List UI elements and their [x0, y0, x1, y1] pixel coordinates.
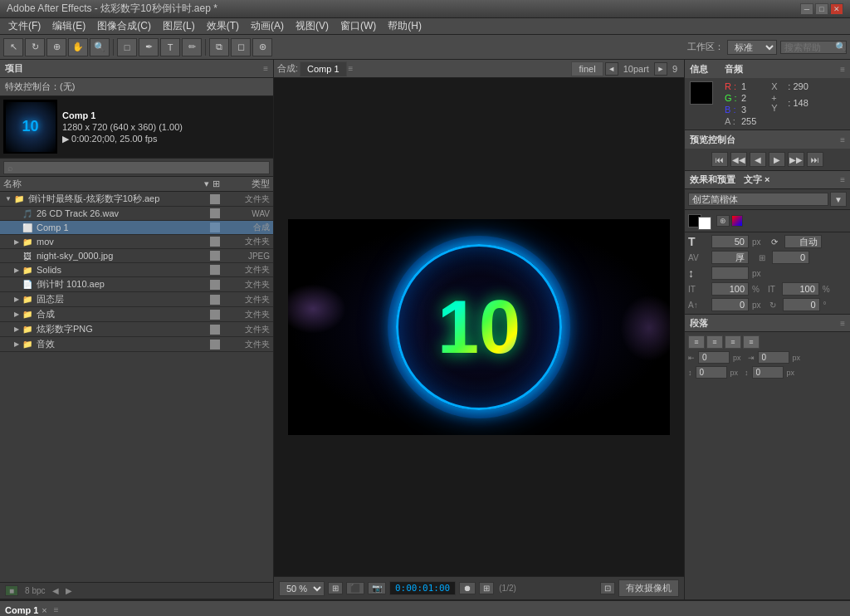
vscale-input[interactable] [782, 282, 819, 296]
prev-first-btn[interactable]: ⏮ [711, 152, 728, 167]
tracking-num-input[interactable] [772, 251, 809, 264]
snapshot-btn[interactable]: 📷 [368, 582, 386, 594]
list-item[interactable]: ▶ 📁 固态层 文件夹 [0, 292, 273, 307]
font-size-input[interactable] [711, 235, 749, 248]
menu-view[interactable]: 视图(V) [291, 18, 334, 34]
comp-tab-comp1[interactable]: Comp 1 [300, 61, 347, 76]
menu-file[interactable]: 文件(F) [3, 18, 46, 34]
rotate-input[interactable] [783, 298, 820, 311]
align-center-btn[interactable]: ≡ [706, 335, 723, 349]
auto-value-input[interactable] [784, 235, 822, 248]
expand-icon[interactable]: ▶ [12, 237, 22, 247]
transparency-btn[interactable]: ⊡ [600, 582, 615, 594]
prev-play-btn[interactable]: ▶ [769, 152, 785, 167]
expand-icon[interactable]: ▶ [12, 310, 22, 320]
close-button[interactable]: ✕ [830, 3, 843, 15]
maximize-button[interactable]: □ [815, 3, 828, 15]
workspace-select[interactable]: 标准 [727, 40, 777, 55]
expand-icon[interactable]: ▶ [12, 340, 22, 350]
menu-edit[interactable]: 编辑(E) [47, 18, 90, 34]
menu-help[interactable]: 帮助(H) [383, 18, 427, 34]
text-tab[interactable]: 文字 × [744, 174, 769, 186]
space-after-input[interactable] [752, 366, 784, 379]
menu-effects[interactable]: 效果(T) [202, 18, 244, 34]
nav-next-icon[interactable]: ► [654, 62, 667, 76]
tool-text[interactable]: T [160, 38, 180, 56]
timeline-menu[interactable]: ≡ [54, 605, 59, 614]
tool-clone[interactable]: ⧉ [209, 38, 229, 56]
tool-pan[interactable]: ✋ [68, 38, 88, 56]
tool-eraser[interactable]: ◻ [231, 38, 251, 56]
expand-icon[interactable]: ▼ [3, 194, 13, 204]
menu-composition[interactable]: 图像合成(C) [92, 18, 156, 34]
baseline-input[interactable] [711, 298, 749, 311]
list-item[interactable]: ▼ 📁 倒计时最终版-炫彩数字10秒.aep 文件夹 [0, 192, 273, 207]
list-item[interactable]: 🖼 night-sky_0000.jpg JPEG [0, 249, 273, 263]
filter-icon[interactable]: ⊞ [212, 178, 220, 189]
composition-view[interactable]: 10 [274, 78, 684, 576]
indent-left-input[interactable] [698, 351, 730, 364]
tool-zoom[interactable]: 🔍 [90, 38, 110, 56]
timeline-close-btn[interactable]: × [42, 605, 46, 615]
font-name-input[interactable] [688, 193, 828, 206]
font-dropdown-btn[interactable]: ▼ [830, 192, 847, 207]
sort-icon[interactable]: ▾ [204, 178, 209, 189]
expand-icon[interactable]: ▶ [12, 295, 22, 305]
list-item[interactable]: ▶ 📁 炫彩数字PNG 文件夹 [0, 322, 273, 337]
align-right-btn[interactable]: ≡ [725, 335, 741, 349]
tool-brush[interactable]: ✏ [182, 38, 202, 56]
zoom-select[interactable]: 50 % [279, 581, 325, 596]
hscale-input[interactable] [711, 282, 749, 296]
grid-btn[interactable]: ⊞ [479, 582, 494, 594]
nav-prev-icon[interactable]: ◄ [605, 62, 618, 76]
color-swatch[interactable] [690, 81, 713, 105]
record-btn[interactable]: ⏺ [459, 582, 476, 594]
justify-btn[interactable]: ≡ [743, 335, 760, 349]
paragraph-menu[interactable]: ≡ [840, 319, 845, 328]
list-item[interactable]: ▶ 📁 合成 文件夹 [0, 307, 273, 322]
comp-tab-finel[interactable]: finel [571, 61, 603, 76]
tool-pen[interactable]: ✒ [139, 38, 159, 56]
status-arrow-2[interactable]: ▶ [66, 586, 72, 595]
current-time-display[interactable]: 0:00:01:00 [389, 581, 456, 595]
list-item[interactable]: ▶ 📁 mov 文件夹 [0, 235, 273, 249]
prev-step-back-btn[interactable]: ◀ [750, 152, 766, 167]
tool-mask[interactable]: □ [117, 38, 137, 56]
indent-right-input[interactable] [758, 351, 789, 364]
status-arrow[interactable]: ◀ [52, 586, 59, 595]
comp-menu-icon[interactable]: ≡ [349, 64, 354, 73]
minimize-button[interactable]: ─ [800, 3, 813, 15]
expand-icon[interactable]: ▶ [12, 325, 22, 335]
prev-step-fwd-btn[interactable]: ▶▶ [788, 152, 804, 167]
view-options-btn[interactable]: ⊞ [328, 582, 343, 594]
color-reset-btn[interactable]: ⊛ [716, 215, 730, 227]
bpc-indicator[interactable]: ■ [5, 585, 18, 596]
effects-menu[interactable]: ≡ [840, 175, 845, 184]
prev-last-btn[interactable]: ⏭ [807, 152, 823, 167]
project-search-input[interactable] [3, 161, 270, 174]
list-item[interactable]: ▶ 📁 音效 文件夹 [0, 337, 273, 352]
preview-quality-btn[interactable]: ⬛ [346, 582, 364, 594]
camera-select[interactable]: 有效摄像机 [618, 579, 679, 597]
preview-menu[interactable]: ≡ [840, 135, 845, 144]
expand-icon[interactable]: ▶ [12, 265, 22, 275]
prev-back-btn[interactable]: ◀◀ [730, 152, 747, 167]
align-left-btn[interactable]: ≡ [688, 335, 705, 349]
tool-camera[interactable]: ⊕ [46, 38, 66, 56]
menu-layer[interactable]: 图层(L) [158, 18, 200, 34]
tool-rotate[interactable]: ↻ [25, 38, 45, 56]
tool-puppet[interactable]: ⊛ [252, 38, 272, 56]
color-gradient-swatch[interactable] [731, 215, 743, 227]
list-item[interactable]: ▶ 📁 Solids 文件夹 [0, 263, 273, 277]
menu-animation[interactable]: 动画(A) [246, 18, 289, 34]
panel-menu-icon[interactable]: ≡ [263, 64, 268, 73]
tracking-input[interactable] [711, 251, 749, 264]
list-item[interactable]: 📄 倒计时 1010.aep 文件夹 [0, 277, 273, 292]
menu-window[interactable]: 窗口(W) [335, 18, 381, 34]
tool-select[interactable]: ↖ [3, 38, 23, 56]
info-menu[interactable]: ≡ [840, 65, 845, 74]
bg-color-swatch[interactable] [698, 217, 711, 230]
leading-input[interactable] [711, 266, 749, 280]
list-item[interactable]: 🎵 26 CD Track 26.wav WAV [0, 207, 273, 221]
space-before-input[interactable] [696, 366, 727, 379]
